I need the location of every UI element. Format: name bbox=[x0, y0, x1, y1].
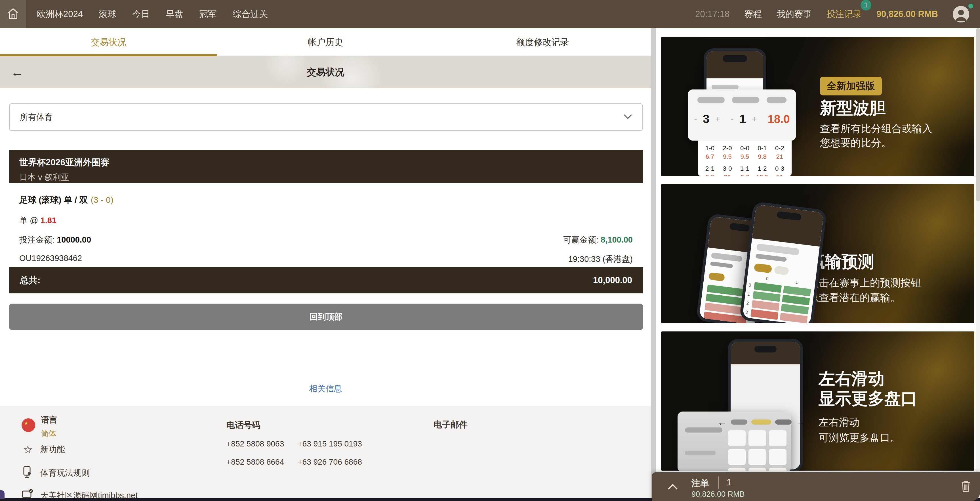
sport-filter-select[interactable]: 所有体育 bbox=[9, 104, 643, 131]
stake-label: 投注金额: bbox=[19, 235, 54, 244]
bet-selection: 单 @1.81 bbox=[19, 215, 633, 227]
active-tab-indicator bbox=[0, 54, 217, 56]
banner-title: 新型波胆 bbox=[820, 97, 886, 119]
banner-body: 左右滑动 bbox=[819, 415, 859, 429]
language-value: 简体 bbox=[41, 429, 57, 439]
arrow-left-icon: ← bbox=[717, 417, 727, 427]
banner-badge: 全新加强版 bbox=[820, 77, 882, 96]
match-score: (3 - 0) bbox=[91, 195, 113, 204]
swipe-demo-panel: ← → bbox=[678, 412, 791, 471]
total-label: 总共: bbox=[20, 274, 40, 286]
betslip-bar[interactable]: 注单 1 90,826.00 RMB bbox=[652, 472, 980, 501]
nav-item-early[interactable]: 早盘 bbox=[166, 8, 183, 20]
stake-value: 10000.00 bbox=[57, 235, 91, 244]
nav-item-parlay[interactable]: 综合过关 bbox=[233, 8, 268, 20]
main-content: 交易状况 帐户历史 额度修改记录 ← 交易状况 所有体育 世界杯2026亚洲外围… bbox=[0, 28, 651, 501]
betslip-label: 注单 bbox=[692, 477, 709, 489]
bet-card-header: 世界杯2026亚洲外围赛 日本 v 叙利亚 bbox=[9, 150, 643, 183]
corner-widget bbox=[0, 490, 5, 499]
back-to-top-button[interactable]: 回到顶部 bbox=[9, 304, 643, 330]
score-input-panel: - 3 + - 1 + 18.0 bbox=[688, 89, 796, 140]
chevron-up-icon[interactable] bbox=[668, 484, 678, 494]
nav-item-live[interactable]: 滚球 bbox=[99, 8, 116, 20]
betslip-divider bbox=[718, 476, 719, 489]
banner-body: 点击在赛事上的预测按钮 以查看潜在的赢输。 bbox=[809, 276, 921, 305]
phone-mockup: 01 012345 bbox=[739, 201, 827, 323]
score-odds-grid: 1-02-00-00-10-2 6.79.59.59.821 2-13-01-1… bbox=[698, 140, 792, 176]
footer-link-rules[interactable]: 体育玩法规则 bbox=[22, 466, 90, 480]
online-status-dot bbox=[968, 4, 973, 8]
trash-icon[interactable] bbox=[961, 480, 971, 494]
bet-market: 足球 (滚球) 单 / 双(3 - 0) bbox=[19, 183, 633, 206]
banner-body: 查看所有比分组合或输入 您想要的比分。 bbox=[820, 121, 932, 150]
banner-body: 可浏览更多盘口。 bbox=[819, 431, 900, 445]
betting-site-page: 欧洲杯2024 滚球 今日 早盘 冠军 综合过关 20:17:18 赛程 我的赛… bbox=[0, 0, 980, 501]
home-button[interactable] bbox=[0, 0, 26, 28]
phone-numbers-row: +852 5808 9063+63 915 195 0193 bbox=[226, 439, 362, 448]
betslip-count: 1 bbox=[727, 477, 732, 488]
account-balance: 90,826.00 RMB bbox=[877, 9, 938, 19]
email-section-title: 电子邮件 bbox=[434, 419, 468, 431]
footer-link-new-features[interactable]: ☆ 新功能 bbox=[22, 444, 65, 456]
promo-banner-win-loss-prediction[interactable]: 01 012345 bbox=[661, 184, 974, 323]
top-nav: 欧洲杯2024 滚球 今日 早盘 冠军 综合过关 20:17:18 赛程 我的赛… bbox=[0, 0, 980, 28]
league-name: 世界杯2026亚洲外围赛 bbox=[19, 156, 633, 168]
stake-row: 投注金额: 10000.00 可赢金额: 8,100.00 bbox=[19, 234, 633, 246]
tab-limit-change-log[interactable]: 额度修改记录 bbox=[434, 28, 651, 56]
footer: ★ 语言 简体 ☆ 新功能 体育玩法规则 bbox=[0, 406, 651, 501]
total-bar: 总共: 10,000.00 bbox=[9, 267, 643, 294]
nav-menu: 欧洲杯2024 滚球 今日 早盘 冠军 综合过关 bbox=[37, 8, 268, 20]
language-selector[interactable]: ★ 语言 简体 bbox=[22, 414, 57, 439]
page-scrollbar-thumb[interactable] bbox=[976, 28, 980, 201]
nav-right: 20:17:18 赛程 我的赛事 投注记录 1 90,826.00 RMB bbox=[695, 6, 969, 22]
bet-records-badge: 1 bbox=[861, 0, 871, 11]
clock: 20:17:18 bbox=[695, 9, 729, 19]
language-label: 语言 bbox=[41, 414, 57, 426]
home-icon bbox=[6, 7, 19, 21]
bet-card: 世界杯2026亚洲外围赛 日本 v 叙利亚 足球 (滚球) 单 / 双(3 - … bbox=[9, 150, 643, 287]
related-info-link[interactable]: 相关信息 bbox=[0, 383, 651, 394]
rules-device-icon bbox=[22, 466, 34, 480]
account-tabs: 交易状况 帐户历史 额度修改记录 bbox=[0, 28, 651, 56]
arrow-right-icon: → bbox=[795, 417, 805, 427]
bet-odds: 1.81 bbox=[41, 216, 56, 225]
nav-item-my-events[interactable]: 我的赛事 bbox=[776, 8, 812, 20]
star-icon: ☆ bbox=[22, 444, 34, 456]
page-header: ← 交易状况 bbox=[0, 56, 651, 88]
win-value: 8,100.00 bbox=[601, 235, 633, 244]
phone-section-title: 电话号码 bbox=[226, 420, 261, 431]
betslip-balance: 90,826.00 RMB bbox=[692, 490, 745, 499]
promo-banner-swipe-markets[interactable]: ← → 左右滑动 显示更多盘口 左右滑动 可浏览更多盘口。 bbox=[661, 332, 974, 471]
nav-item-euro2024[interactable]: 欧洲杯2024 bbox=[37, 8, 83, 20]
banner-title: 左右滑动 bbox=[819, 368, 885, 390]
china-flag-icon: ★ bbox=[22, 418, 35, 432]
chevron-down-icon bbox=[624, 114, 632, 120]
phone-numbers-row: +852 5808 8664+63 926 706 6868 bbox=[226, 458, 362, 467]
win-label: 可赢金额: bbox=[563, 235, 598, 244]
sport-filter-value: 所有体育 bbox=[20, 112, 53, 123]
tab-transaction-status[interactable]: 交易状况 bbox=[0, 28, 217, 56]
tab-account-history[interactable]: 帐户历史 bbox=[217, 28, 434, 56]
total-amount: 10,000.00 bbox=[593, 275, 632, 286]
nav-item-today[interactable]: 今日 bbox=[132, 8, 150, 20]
back-arrow-icon[interactable]: ← bbox=[11, 65, 24, 79]
nav-item-schedule[interactable]: 赛程 bbox=[744, 8, 762, 20]
ref-row: OU19263938462 19:30:33 (香港盘) bbox=[19, 254, 633, 265]
main-scrollbar[interactable] bbox=[651, 28, 656, 501]
promo-banner-correct-score[interactable]: - 3 + - 1 + 18.0 1-02-00-00-10-2 6.79.59… bbox=[661, 37, 974, 176]
match-teams: 日本 v 叙利亚 bbox=[19, 172, 633, 183]
nav-item-outright[interactable]: 冠军 bbox=[199, 8, 217, 20]
nav-item-bet-records[interactable]: 投注记录 1 bbox=[827, 8, 862, 20]
profile-avatar[interactable] bbox=[953, 6, 969, 22]
promo-sidebar: - 3 + - 1 + 18.0 1-02-00-00-10-2 6.79.59… bbox=[658, 28, 976, 501]
bet-reference: OU19263938462 bbox=[19, 254, 82, 265]
page-title: 交易状况 bbox=[307, 66, 344, 79]
bet-time: 19:30:33 (香港盘) bbox=[568, 254, 633, 265]
banner-title: 显示更多盘口 bbox=[819, 388, 917, 410]
